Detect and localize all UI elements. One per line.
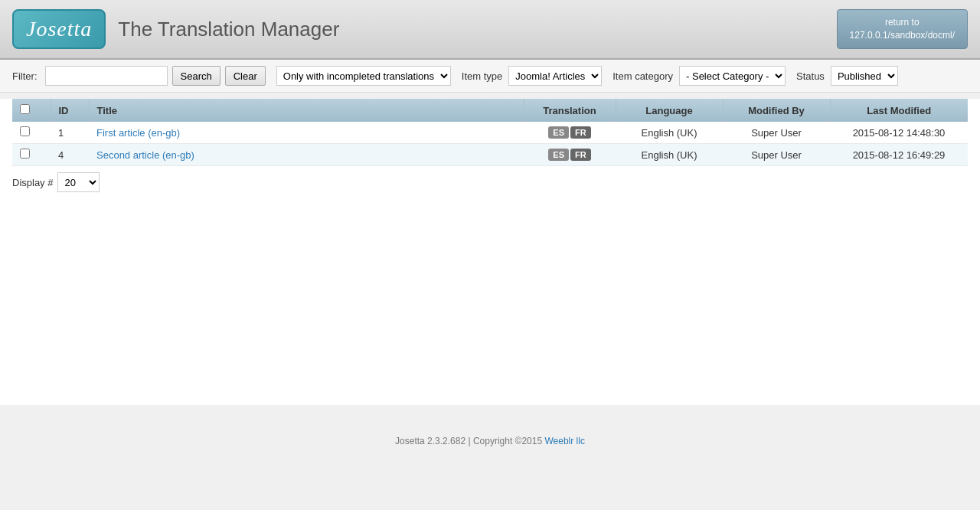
display-bar: Display # 5101520253050100 (12, 166, 968, 198)
logo: Josetta (12, 9, 106, 49)
col-title: Title (89, 99, 524, 122)
col-modified-by: Modified By (723, 99, 830, 122)
header: Josetta The Translation Manager return t… (0, 0, 980, 60)
col-translation: Translation (524, 99, 616, 122)
row-modified-by: Super User (723, 122, 830, 144)
translation-filter-group: Only with incompleted translations (276, 66, 451, 86)
col-last-modified: Last Modified (830, 99, 968, 122)
items-table: ID Title Translation Language Modified B… (12, 99, 968, 166)
translation-badge-fr[interactable]: FR (570, 149, 591, 161)
col-id: ID (51, 99, 89, 122)
return-button[interactable]: return to 127.0.0.1/sandbox/docml/ (837, 9, 968, 49)
item-type-label: Item type (462, 70, 502, 82)
display-select[interactable]: 5101520253050100 (57, 172, 100, 192)
table-row: 4Second article (en-gb)ESFREnglish (UK)S… (12, 144, 968, 166)
clear-button[interactable]: Clear (225, 66, 266, 86)
translation-filter-select[interactable]: Only with incompleted translations (276, 66, 451, 86)
footer-link[interactable]: Weeblr llc (544, 436, 584, 446)
return-line2: 127.0.0.1/sandbox/docml/ (850, 30, 955, 41)
select-all-checkbox[interactable] (20, 104, 30, 114)
row-last-modified: 2015-08-12 14:48:30 (830, 122, 968, 144)
row-title-link[interactable]: First article (en-gb) (96, 127, 180, 139)
item-type-select[interactable]: Joomla! Articles (508, 66, 602, 86)
table-row: 1First article (en-gb)ESFREnglish (UK)Su… (12, 122, 968, 144)
row-id: 1 (51, 122, 89, 144)
col-language: Language (616, 99, 723, 122)
translation-badge-es[interactable]: ES (548, 126, 569, 139)
filter-label: Filter: (12, 70, 38, 82)
row-badges: ESFR (524, 144, 616, 166)
translation-badge-es[interactable]: ES (548, 149, 569, 161)
main-content: ID Title Translation Language Modified B… (0, 99, 980, 405)
item-category-select[interactable]: - Select Category - (679, 66, 786, 86)
row-last-modified: 2015-08-12 16:49:29 (830, 144, 968, 166)
search-button[interactable]: Search (172, 66, 220, 86)
return-line1: return to (885, 17, 920, 28)
footer-text: Josetta 2.3.2.682 | Copyright ©2015 (395, 436, 544, 446)
row-checkbox[interactable] (20, 126, 30, 136)
status-group: Status Published (796, 66, 898, 86)
row-modified-by: Super User (723, 144, 830, 166)
display-label: Display # (12, 177, 53, 188)
translation-badge-fr[interactable]: FR (570, 126, 591, 139)
header-left: Josetta The Translation Manager (12, 9, 339, 49)
row-language: English (UK) (616, 144, 723, 166)
row-language: English (UK) (616, 122, 723, 144)
row-badges: ESFR (524, 122, 616, 144)
row-id: 4 (51, 144, 89, 166)
row-checkbox[interactable] (20, 149, 30, 159)
item-category-label: Item category (612, 70, 673, 82)
page-footer: Josetta 2.3.2.682 | Copyright ©2015 Weeb… (0, 420, 980, 462)
table-body: 1First article (en-gb)ESFREnglish (UK)Su… (12, 122, 968, 166)
status-label: Status (796, 70, 825, 82)
item-type-group: Item type Joomla! Articles (462, 66, 602, 86)
toolbar: Filter: Search Clear Only with incomplet… (0, 60, 980, 93)
table-header-row: ID Title Translation Language Modified B… (12, 99, 968, 122)
row-title-link[interactable]: Second article (en-gb) (96, 149, 194, 161)
item-category-group: Item category - Select Category - (612, 66, 786, 86)
table-container: ID Title Translation Language Modified B… (0, 99, 980, 198)
status-select[interactable]: Published (831, 66, 898, 86)
filter-input[interactable] (45, 66, 168, 86)
col-checkbox (12, 99, 51, 122)
app-title: The Translation Manager (118, 18, 339, 41)
